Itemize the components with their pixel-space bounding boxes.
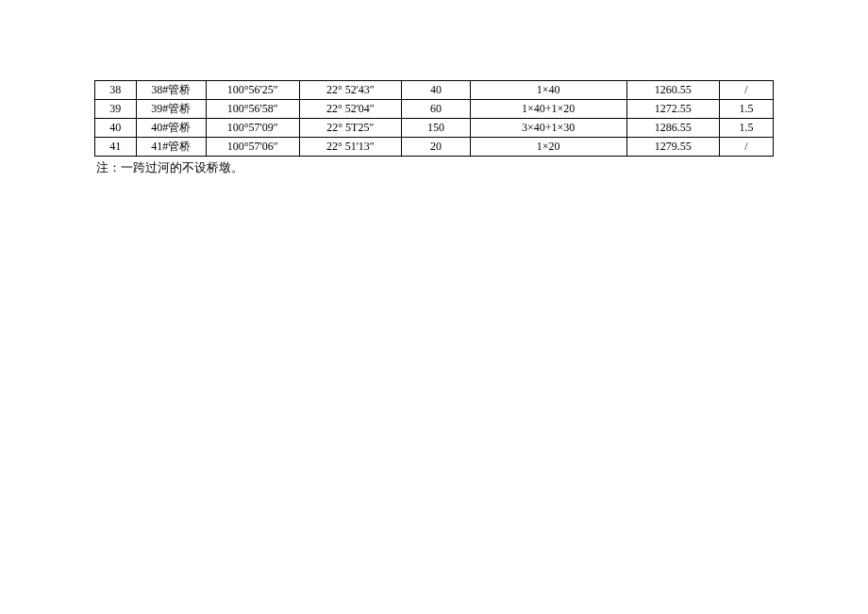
cell-name: 40#管桥 [136, 119, 207, 138]
cell-last: 1.5 [719, 100, 773, 119]
cell-elev: 1260.55 [626, 81, 719, 100]
cell-num: 39 [95, 100, 137, 119]
cell-name: 41#管桥 [136, 138, 207, 157]
cell-span: 3×40+1×30 [470, 119, 626, 138]
cell-name: 38#管桥 [136, 81, 207, 100]
cell-num: 41 [95, 138, 137, 157]
cell-coord1: 100°57'06″ [207, 138, 299, 157]
table-row: 38 38#管桥 100°56'25″ 22° 52'43″ 40 1×40 1… [95, 81, 774, 100]
cell-elev: 1279.55 [626, 138, 719, 157]
cell-span: 1×40+1×20 [470, 100, 626, 119]
cell-len: 60 [402, 100, 471, 119]
note-text: 一跨过河的不设桥墩。 [121, 160, 243, 174]
note-label: 注： [96, 160, 121, 174]
cell-coord2: 22° 52'43″ [299, 81, 402, 100]
table-row: 39 39#管桥 100°56'58″ 22° 52'04″ 60 1×40+1… [95, 100, 774, 119]
cell-num: 40 [95, 119, 137, 138]
cell-len: 20 [402, 138, 471, 157]
cell-num: 38 [95, 81, 137, 100]
cell-name: 39#管桥 [136, 100, 207, 119]
cell-coord2: 22° 52'04″ [299, 100, 402, 119]
cell-elev: 1272.55 [626, 100, 719, 119]
cell-coord1: 100°56'58″ [207, 100, 299, 119]
cell-last: / [719, 138, 773, 157]
note: 注：一跨过河的不设桥墩。 [94, 159, 774, 176]
cell-elev: 1286.55 [626, 119, 719, 138]
cell-coord1: 100°57'09″ [207, 119, 299, 138]
bridge-data-table: 38 38#管桥 100°56'25″ 22° 52'43″ 40 1×40 1… [94, 80, 774, 157]
table-row: 40 40#管桥 100°57'09″ 22° 5T25″ 150 3×40+1… [95, 119, 774, 138]
cell-last: 1.5 [719, 119, 773, 138]
cell-len: 40 [402, 81, 471, 100]
cell-span: 1×20 [470, 138, 626, 157]
cell-coord2: 22° 51'13″ [299, 138, 402, 157]
cell-coord2: 22° 5T25″ [299, 119, 402, 138]
cell-coord1: 100°56'25″ [207, 81, 299, 100]
table-row: 41 41#管桥 100°57'06″ 22° 51'13″ 20 1×20 1… [95, 138, 774, 157]
cell-len: 150 [402, 119, 471, 138]
cell-span: 1×40 [470, 81, 626, 100]
cell-last: / [719, 81, 773, 100]
